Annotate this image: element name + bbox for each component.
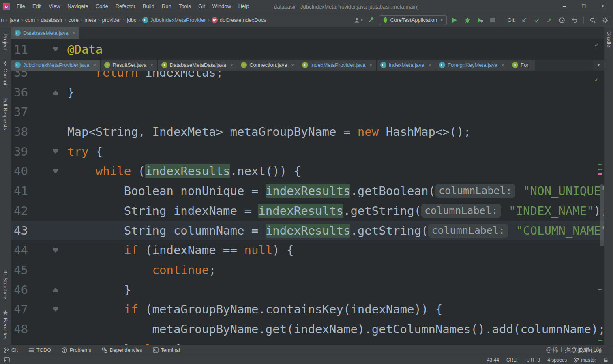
breadcrumb-item-meta[interactable]: meta [84,17,96,23]
close-icon[interactable]: × [72,30,75,36]
git-update-button[interactable] [520,16,529,25]
editor-tab-connection-java[interactable]: IConnection.java× [237,60,298,71]
tool-window-toggle-button[interactable] [2,355,11,364]
indent-style[interactable]: 4 spaces [547,357,567,363]
minimize-button[interactable]: – [555,0,574,13]
breadcrumb-item-provider[interactable]: provider [102,17,121,23]
tool-window-button-git[interactable]: Git [4,347,18,353]
close-icon[interactable]: × [93,62,96,69]
editor-tab-for[interactable]: IFor [508,60,535,71]
close-icon[interactable]: × [291,62,294,69]
menu-refactor[interactable]: Refactor [112,0,139,13]
editor-tab-indexmetaprovider-java[interactable]: IIndexMetaProvider.java× [298,60,377,71]
code-text[interactable]: @Data [67,40,103,60]
breadcrumb-item-docreateindexdocs[interactable]: mdoCreateIndexDocs [212,17,266,23]
tool-button-favorites[interactable]: Favorites [2,310,8,340]
git-push-button[interactable] [545,16,554,25]
breadcrumb-item-com[interactable]: com [25,17,35,23]
close-icon[interactable]: × [369,62,372,69]
tool-button-commit[interactable]: Commit [2,61,8,87]
breadcrumb-item-n[interactable]: n [1,17,4,23]
tool-button-pull-requests[interactable]: Pull Requests [2,97,8,130]
breadcrumb-item-java[interactable]: java [10,17,19,23]
git-history-button[interactable] [557,16,566,25]
analysis-stripe-mark[interactable] [598,289,602,290]
analysis-stripe-mark[interactable] [598,173,602,175]
run-button[interactable] [450,16,459,25]
menu-code[interactable]: Code [92,0,112,13]
editor-tab-foreignkeymeta-java[interactable]: CForeignKeyMeta.java× [435,60,508,71]
tool-window-button-dependencies[interactable]: Dependencies [102,347,142,353]
fold-marker-icon[interactable] [51,287,60,293]
breadcrumb-item-jdbcindexmetaprovider[interactable]: CJdbcIndexMetaProvider [142,17,206,23]
close-icon[interactable]: × [428,62,431,69]
tool-window-button-terminal[interactable]: Terminal [153,347,180,353]
code-text[interactable]: if (indexName == null) { [67,240,294,260]
tool-button-structure[interactable]: Structure [2,270,8,299]
editor-tab-resultset-java[interactable]: IResultSet.java× [101,60,158,71]
menu-window[interactable]: Window [209,0,235,13]
close-icon[interactable]: × [501,62,504,69]
code-text[interactable]: try { [67,142,103,162]
menu-run[interactable]: Run [158,0,175,13]
code-text[interactable]: } [67,280,131,300]
code-text[interactable]: continue; [67,260,216,280]
scrollbar-thumb[interactable] [600,184,604,246]
maximize-button[interactable]: □ [574,0,594,13]
code-editor[interactable]: 35 return indexMetas;36}3738Map<String, … [11,71,604,345]
debug-button[interactable] [463,16,472,25]
close-icon[interactable]: × [150,62,153,69]
code-text[interactable]: return indexMetas; [67,71,223,83]
fold-marker-icon[interactable] [51,149,60,154]
tool-window-button-problems[interactable]: Problems [62,347,91,353]
user-avatar-button[interactable]: ▾ [354,16,363,25]
close-icon[interactable]: × [230,62,233,69]
fold-marker-icon[interactable] [51,307,60,313]
analysis-stripe-mark[interactable] [598,164,602,165]
menu-tools[interactable]: Tools [175,0,195,13]
git-branch-widget[interactable]: master [574,357,596,363]
run-with-coverage-button[interactable] [476,16,484,25]
close-button[interactable]: × [594,0,613,13]
fold-marker-icon[interactable] [51,90,60,95]
code-text[interactable]: if (metaGroupByName.containsKey(indexNam… [67,300,442,319]
build-project-button[interactable] [367,16,375,25]
inspection-ok-icon[interactable]: ✓ [595,41,598,49]
git-commit-button[interactable] [532,16,541,25]
analysis-stripe-mark[interactable] [598,340,602,341]
menu-edit[interactable]: Edit [29,0,45,13]
search-everywhere-button[interactable] [588,16,597,25]
tool-button-gradle[interactable]: Gradle [606,31,612,47]
code-text[interactable]: } else { [67,339,180,345]
menu-help[interactable]: Help [235,0,253,13]
inspection-ok-icon[interactable]: ✓ [595,76,598,84]
top-split-editor[interactable]: 11@Data ✓ [11,39,604,60]
menu-build[interactable]: Build [139,0,158,13]
breadcrumb-item-jdbc[interactable]: jdbc [127,17,137,23]
menu-navigate[interactable]: Navigate [64,0,92,13]
fold-marker-icon[interactable] [51,248,60,253]
settings-button[interactable] [601,16,610,25]
analysis-stripe-mark[interactable] [598,169,602,170]
code-text[interactable]: Map<String, IndexMeta> metaGroupByName =… [67,122,471,142]
breadcrumb-item-core[interactable]: core [69,17,79,23]
code-text[interactable]: metaGroupByName.get(indexName).getColumn… [67,319,604,339]
code-text[interactable]: while (indexResults.next()) { [67,161,301,181]
editor-tab-jdbcindexmetaprovider-java[interactable]: CJdbcIndexMetaProvider.java× [11,60,101,71]
code-text[interactable]: } [67,83,74,103]
stop-button[interactable] [488,16,497,25]
fold-marker-icon[interactable] [51,169,60,174]
code-text[interactable]: Boolean nonUnique = indexResults.getBool… [67,181,604,201]
fold-marker-icon[interactable] [51,47,60,52]
line-separator[interactable]: CRLF [506,357,519,363]
code-text[interactable]: String columnName = indexResults.getStri… [67,221,604,241]
editor-tab-indexmeta-java[interactable]: CIndexMeta.java× [377,60,435,71]
editor-tab-databasemeta-java[interactable]: CDatabaseMeta.java× [11,27,79,39]
hidden-tabs-button[interactable]: ▾ [593,60,604,71]
editor-tab-databasemetadata-java[interactable]: IDatabaseMetaData.java× [158,60,238,71]
git-rollback-button[interactable] [570,16,579,25]
tool-button-project[interactable]: Project [2,34,8,50]
menu-git[interactable]: Git [195,0,209,13]
code-text[interactable]: String indexName = indexResults.getStrin… [67,201,604,221]
run-configuration-select[interactable]: CoreTestApplication ▾ [379,15,447,25]
